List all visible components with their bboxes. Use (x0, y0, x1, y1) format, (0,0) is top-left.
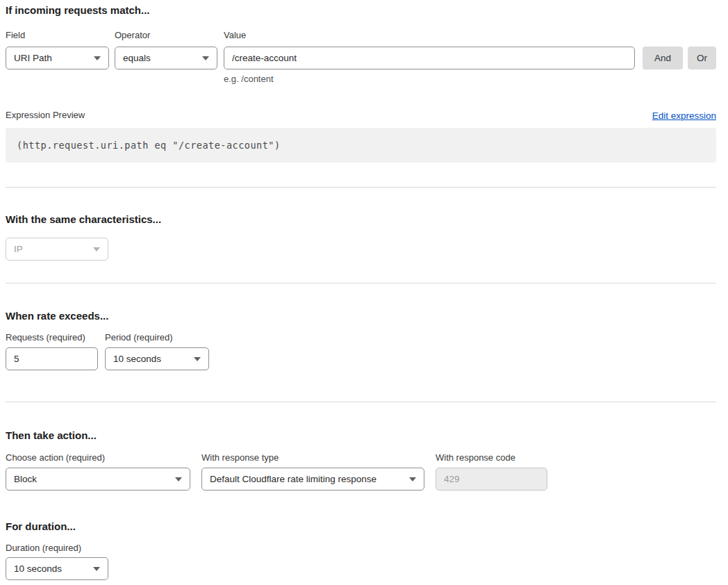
action-section-heading: Then take action... (6, 429, 716, 442)
response-code-input (436, 468, 547, 491)
match-section-heading: If incoming requests match... (6, 4, 716, 17)
value-input[interactable] (224, 47, 635, 69)
section-divider (6, 402, 716, 402)
expression-code: (http.request.uri.path eq "/create-accou… (17, 140, 281, 151)
chevron-down-icon (409, 477, 416, 481)
requests-input[interactable] (6, 347, 98, 370)
chevron-down-icon (194, 357, 201, 361)
and-button[interactable]: And (643, 47, 683, 69)
rate-section-heading: When rate exceeds... (6, 310, 716, 322)
value-helper-row: e.g. /content (6, 69, 716, 84)
duration-label: Duration (required) (6, 543, 716, 554)
rate-controls-row: 10 seconds (6, 347, 716, 370)
chevron-down-icon (94, 56, 101, 60)
action-controls-row: Block Default Cloudflare rate limiting r… (6, 468, 716, 491)
operator-label: Operator (115, 30, 217, 41)
characteristics-section-heading: With the same characteristics... (6, 213, 716, 226)
response-code-label: With response code (436, 452, 547, 463)
period-label: Period (required) (105, 332, 209, 343)
chevron-down-icon (202, 56, 209, 60)
expression-preview-label: Expression Preview (6, 110, 85, 121)
response-type-select[interactable]: Default Cloudflare rate limiting respons… (201, 468, 424, 491)
duration-section-heading: For duration... (6, 520, 716, 533)
choose-action-select[interactable]: Block (6, 468, 190, 491)
choose-action-select-value: Block (14, 474, 37, 484)
chevron-down-icon (93, 567, 100, 571)
section-divider (6, 187, 716, 188)
duration-select[interactable]: 10 seconds (6, 557, 108, 580)
operator-select-value: equals (123, 53, 151, 63)
field-select-value: URI Path (14, 53, 52, 63)
expression-preview-header: Expression Preview Edit expression (6, 110, 716, 121)
action-labels-row: Choose action (required) With response t… (6, 452, 716, 463)
field-label: Field (6, 30, 109, 41)
response-type-select-value: Default Cloudflare rate limiting respons… (210, 474, 377, 484)
section-divider (6, 283, 716, 283)
characteristics-select: IP (6, 238, 108, 261)
expression-preview-box: (http.request.uri.path eq "/create-accou… (6, 128, 716, 163)
match-controls-row: URI Path equals And Or (6, 47, 716, 69)
period-select[interactable]: 10 seconds (105, 347, 209, 370)
value-helper-text: e.g. /content (224, 74, 716, 84)
or-button[interactable]: Or (688, 47, 716, 69)
operator-select[interactable]: equals (115, 47, 217, 69)
characteristics-select-value: IP (14, 244, 23, 254)
chevron-down-icon (175, 477, 182, 481)
choose-action-label: Choose action (required) (6, 452, 190, 463)
edit-expression-link[interactable]: Edit expression (652, 110, 716, 121)
rate-labels-row: Requests (required) Period (required) (6, 332, 716, 343)
value-label: Value (224, 30, 716, 41)
requests-label: Requests (required) (6, 332, 98, 343)
match-labels-row: Field Operator Value (6, 30, 716, 41)
response-type-label: With response type (201, 452, 424, 463)
chevron-down-icon (93, 247, 100, 252)
field-select[interactable]: URI Path (6, 47, 109, 69)
duration-select-value: 10 seconds (14, 563, 62, 574)
period-select-value: 10 seconds (113, 354, 161, 364)
